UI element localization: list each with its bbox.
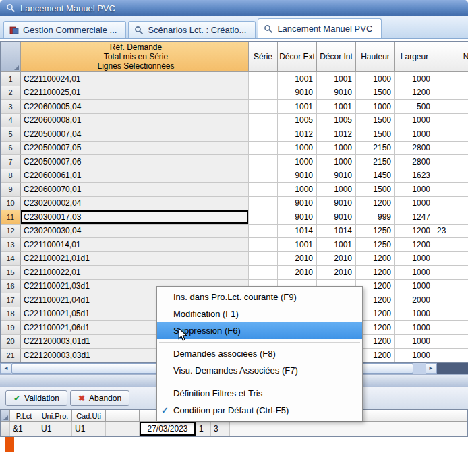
decor-int-cell[interactable]: 1000 [317,155,356,169]
hauteur-cell[interactable]: 1200 [356,266,395,280]
bottom-column-header-cad-uti[interactable]: Cad.Uti [72,410,106,422]
serie-cell[interactable] [249,225,278,239]
menu-item-modification-f1[interactable]: Modification (F1) [157,305,362,322]
hauteur-cell[interactable]: 1000 [356,100,395,114]
row-number[interactable]: 8 [1,169,21,183]
table-row[interactable]: 13C221100014,011001100112501200 [1,238,468,252]
menu-item-condition-par-defaut-ctrl-f5[interactable]: ✓Condition par Défaut (Ctrl-F5) [157,402,362,419]
serie-cell[interactable] [249,127,278,142]
largeur-cell[interactable]: 2000 [395,293,434,307]
row-number[interactable]: 12 [1,225,21,239]
hauteur-cell[interactable]: 1500 [356,86,395,100]
n-cell[interactable] [434,266,468,280]
decor-int-cell[interactable]: 1001 [317,238,356,252]
column-header-decor-ext[interactable]: Décor Ext [278,42,317,72]
table-row[interactable]: 1C221100024,011001100110001000 [1,72,468,86]
scroll-track[interactable] [413,363,426,374]
serie-cell[interactable] [249,86,278,100]
ref-cell[interactable]: C221100022,01 [21,266,249,280]
table-row[interactable]: 6C220500007,051000100021502800 [1,142,468,156]
n-cell[interactable] [434,169,468,183]
decor-int-cell[interactable]: 1005 [317,114,356,128]
n-cell[interactable] [434,100,468,114]
grid-corner-cell[interactable] [1,42,21,72]
hauteur-cell[interactable]: 1200 [356,197,395,211]
decor-ext-cell[interactable]: 1000 [278,155,317,169]
abandon-button[interactable]: ✖ Abandon [70,390,129,406]
menu-item-ins-dans-pro-lct-courante-f9[interactable]: Ins. dans Pro.Lct. courante (F9) [157,289,362,305]
hauteur-cell[interactable]: 1000 [356,72,395,86]
largeur-cell[interactable]: 2800 [395,142,434,156]
table-row[interactable]: 8C220600061,019010901014501623 [1,169,468,183]
table-row[interactable]: 5C220500007,041012101215001000 [1,127,468,142]
bottom-column-header-p-lct[interactable]: P.Lct [10,410,38,422]
largeur-cell[interactable]: 1247 [395,210,434,225]
n-cell[interactable] [434,127,468,142]
largeur-cell[interactable]: 2800 [395,155,434,169]
decor-ext-cell[interactable]: 1014 [278,225,317,239]
bottom-grid-data-row[interactable]: &1U1U127/03/202313 [1,422,467,436]
table-row[interactable]: 4C220600008,011005100515001000 [1,114,468,128]
n-cell[interactable] [434,210,468,225]
bottom-cell[interactable]: 3 [211,422,230,436]
bottom-header-cell[interactable] [1,410,10,422]
serie-cell[interactable] [249,72,278,86]
largeur-cell[interactable]: 1000 [395,321,434,335]
n-cell[interactable]: 23 [434,225,468,239]
largeur-cell[interactable]: 1000 [395,197,434,211]
row-number[interactable]: 13 [1,238,21,252]
largeur-cell[interactable]: 500 [395,100,434,114]
n-cell[interactable] [434,72,468,86]
ref-cell[interactable]: C220600008,01 [21,114,249,128]
decor-ext-cell[interactable]: 1005 [278,114,317,128]
row-number[interactable]: 10 [1,197,21,211]
decor-ext-cell[interactable]: 1000 [278,142,317,156]
row-number[interactable]: 6 [1,142,21,156]
n-cell[interactable] [434,197,468,211]
ref-cell[interactable]: C230200030,04 [21,225,249,239]
ref-cell[interactable]: C221100021,01d1 [21,252,249,266]
table-row[interactable]: 9C220600070,011000100015001000 [1,183,468,197]
column-header-n[interactable]: N [434,42,468,72]
table-row[interactable]: 14C221100021,01d12010201012001000 [1,252,468,266]
table-row[interactable]: 10C230200002,049010901012001000 [1,197,468,211]
hauteur-cell[interactable]: 1200 [356,252,395,266]
decor-int-cell[interactable]: 9010 [317,197,356,211]
n-cell[interactable] [434,252,468,266]
serie-cell[interactable] [249,169,278,183]
table-row[interactable]: 11C230300017,03901090109991247 [1,210,468,225]
bottom-header-cell[interactable] [106,410,140,422]
hauteur-cell[interactable]: 1250 [356,238,395,252]
row-number[interactable]: 18 [1,307,21,322]
largeur-cell[interactable]: 1200 [395,238,434,252]
n-cell[interactable] [434,86,468,100]
row-number[interactable]: 16 [1,280,21,294]
n-cell[interactable] [434,293,468,307]
hauteur-cell[interactable]: 1500 [356,114,395,128]
ref-column-header[interactable]: Réf. Demande Total mis en Série Lignes S… [21,42,249,72]
decor-int-cell[interactable]: 1001 [317,72,356,86]
hauteur-cell[interactable]: 2150 [356,155,395,169]
n-cell[interactable] [434,321,468,335]
largeur-cell[interactable]: 1000 [395,335,434,349]
bottom-column-header-uni-pro[interactable]: Uni.Pro. [38,410,72,422]
largeur-cell[interactable]: 1000 [395,183,434,197]
row-number[interactable]: 11 [1,210,21,225]
decor-int-cell[interactable]: 9010 [317,86,356,100]
n-cell[interactable] [434,307,468,322]
hauteur-cell[interactable]: 1500 [356,183,395,197]
row-number[interactable]: 9 [1,183,21,197]
row-number[interactable]: 5 [1,127,21,142]
row-number[interactable]: 20 [1,335,21,349]
decor-ext-cell[interactable]: 9010 [278,169,317,183]
menu-item-definition-filtres-et-tris[interactable]: Définition Filtres et Tris [157,385,362,402]
decor-ext-cell[interactable]: 2010 [278,266,317,280]
decor-ext-cell[interactable]: 9010 [278,210,317,225]
menu-item-demandes-associees-f8[interactable]: Demandes associées (F8) [157,345,362,362]
menu-item-visu-demandes-associees-f7[interactable]: Visu. Demandes Associées (F7) [157,362,362,379]
row-number[interactable]: 3 [1,100,21,114]
ref-cell[interactable]: C230200002,04 [21,197,249,211]
decor-ext-cell[interactable]: 9010 [278,197,317,211]
row-number[interactable]: 21 [1,349,21,363]
decor-ext-cell[interactable]: 1001 [278,72,317,86]
